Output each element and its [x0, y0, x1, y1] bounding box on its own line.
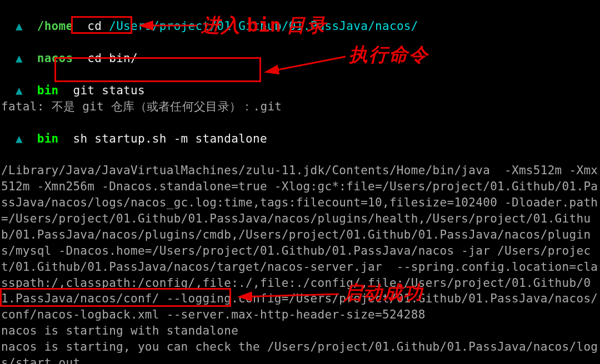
prompt-line-bin-startup: ▲ bin sh startup.sh -m standalone [1, 115, 599, 147]
prompt-dir: bin [37, 84, 59, 97]
prompt-dir: bin [37, 132, 59, 145]
spacer [1, 147, 599, 163]
prompt-dir: nacos [37, 52, 73, 65]
java-output: /Library/Java/JavaVirtualMachines/zulu-1… [1, 163, 599, 323]
prompt-arrow-icon: ▲ [16, 19, 23, 33]
path-text: /Users/project/01.Github/01.PassJava/nac… [109, 19, 418, 33]
prompt-line-nacos: ▲ nacos cd bin/ [1, 34, 599, 67]
cmd-text: git status [73, 84, 144, 97]
prompt-dir: /home [37, 19, 73, 33]
prompt-line-bin-git: ▲ bin git status [1, 67, 599, 99]
prompt-arrow-icon: ▲ [16, 132, 23, 145]
git-fatal-output: fatal: 不是 git 仓库（或者任何父目录）：.git [1, 99, 599, 115]
prompt-arrow-icon: ▲ [16, 84, 23, 97]
cmd-text: cd [87, 19, 102, 33]
startout-output: nacos is starting, you can check the /Us… [1, 339, 599, 364]
cmd-text: cd bin/ [87, 52, 138, 65]
prompt-arrow-icon: ▲ [16, 52, 23, 65]
standalone-output: nacos is starting with standalone [1, 323, 599, 339]
prompt-line-home: ▲ /home cd /Users/project/01.Github/01.P… [1, 2, 599, 34]
cmd-text: sh startup.sh -m standalone [73, 132, 267, 145]
